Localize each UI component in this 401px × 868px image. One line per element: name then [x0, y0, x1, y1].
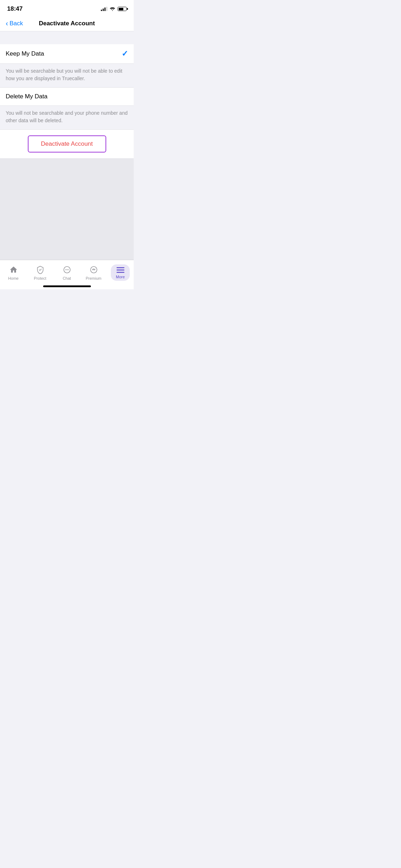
status-bar: 18:47 [0, 0, 134, 16]
delete-data-description: You will not be searchable and your phon… [6, 110, 128, 123]
keep-data-description: You will be searchable but you will not … [6, 68, 122, 81]
deactivate-account-button[interactable]: Deactivate Account [28, 135, 106, 153]
delete-data-description-row: You will not be searchable and your phon… [0, 105, 134, 129]
tab-chat[interactable]: Chat [53, 265, 80, 280]
nav-header: ‹ Back Deactivate Account [0, 16, 134, 31]
keep-data-label: Keep My Data [6, 50, 44, 57]
delete-data-label: Delete My Data [6, 93, 47, 100]
status-time: 18:47 [7, 5, 22, 12]
signal-icon [101, 7, 107, 11]
svg-rect-6 [117, 270, 124, 271]
back-button[interactable]: ‹ Back [6, 20, 23, 27]
back-label: Back [10, 20, 23, 27]
tab-premium[interactable]: Premium [80, 265, 107, 280]
more-icon [116, 266, 125, 274]
delete-data-section: Delete My Data [0, 88, 134, 105]
page-title: Deactivate Account [39, 20, 95, 27]
status-icons [101, 7, 127, 11]
svg-point-4 [91, 267, 97, 273]
chat-icon [62, 265, 72, 275]
tab-premium-label: Premium [86, 276, 101, 280]
tab-more[interactable]: More [107, 264, 134, 281]
tab-protect-label: Protect [34, 276, 46, 280]
keep-data-description-row: You will be searchable but you will not … [0, 63, 134, 87]
svg-point-2 [66, 269, 67, 270]
tab-protect[interactable]: Protect [27, 265, 53, 280]
svg-rect-5 [117, 267, 124, 268]
home-icon [9, 265, 19, 275]
back-chevron-icon: ‹ [6, 20, 8, 27]
battery-icon [118, 7, 127, 11]
tab-more-label: More [116, 275, 125, 279]
empty-content-area [0, 158, 134, 272]
keep-data-checkmark: ✓ [122, 49, 128, 58]
tab-chat-label: Chat [63, 276, 71, 280]
svg-point-1 [65, 269, 66, 270]
more-tab-active-bg: More [111, 264, 130, 281]
protect-icon [35, 265, 45, 275]
tab-home[interactable]: Home [0, 265, 27, 280]
premium-icon [89, 265, 99, 275]
svg-rect-7 [117, 272, 124, 273]
tab-home-label: Home [8, 276, 19, 280]
home-indicator [43, 285, 91, 287]
keep-data-row[interactable]: Keep My Data ✓ [0, 44, 134, 63]
deactivate-container: Deactivate Account [0, 129, 134, 158]
svg-point-3 [68, 269, 68, 270]
keep-data-section: Keep My Data ✓ [0, 44, 134, 63]
wifi-icon [109, 7, 115, 11]
section-spacer-top [0, 31, 134, 44]
tab-bar: Home Protect Chat [0, 260, 134, 289]
delete-data-row[interactable]: Delete My Data [0, 88, 134, 105]
